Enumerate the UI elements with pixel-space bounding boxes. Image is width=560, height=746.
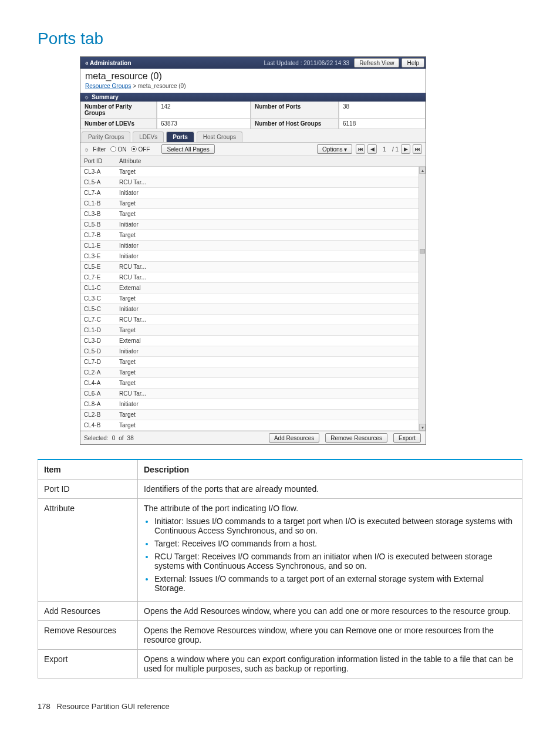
cell-port-id: CL2-B — [80, 410, 116, 420]
cell-port-id: CL1-C — [80, 283, 116, 293]
table-row[interactable]: CL2-BTarget — [80, 410, 426, 420]
collapse-icon: ☼ — [84, 94, 89, 100]
table-row[interactable]: CL3-DExternal — [80, 336, 426, 346]
page-title: meta_resource (0) — [85, 71, 421, 82]
col-port-id[interactable]: Port ID — [80, 156, 116, 167]
summary-grid: Number of Parity Groups 142 Number of Po… — [80, 102, 426, 129]
page-total: / 1 — [392, 146, 399, 153]
cell-port-id: CL4-B — [80, 420, 116, 431]
options-dropdown[interactable]: Options ▾ — [317, 144, 352, 154]
summary-hg-label: Number of Host Groups — [251, 119, 339, 129]
table-row[interactable]: CL3-EInitiator — [80, 251, 426, 262]
table-row[interactable]: CL6-ARCU Tar... — [80, 389, 426, 399]
cell-attribute: Initiator — [116, 399, 157, 410]
breadcrumb: meta_resource (0) Resource Groups > meta… — [80, 69, 426, 93]
table-row[interactable]: CL5-CInitiator — [80, 304, 426, 315]
admin-back-link[interactable]: « Administration — [80, 60, 136, 66]
cell-port-id: CL3-C — [80, 293, 116, 304]
cell-attribute: Target — [116, 325, 157, 336]
filter-label: Filter — [93, 146, 106, 153]
total-count: 38 — [127, 435, 134, 441]
table-row[interactable]: CL3-ATarget — [80, 167, 426, 177]
scrollbar[interactable]: ▴ ▾ — [419, 167, 426, 431]
cell-port-id: CL7-C — [80, 315, 116, 325]
cell-attribute: Initiator — [116, 304, 157, 315]
table-row[interactable]: CL1-BTarget — [80, 198, 426, 209]
summary-parity-label: Number of Parity Groups — [80, 102, 157, 119]
table-row[interactable]: CL1-DTarget — [80, 325, 426, 336]
table-row[interactable]: CL4-ATarget — [80, 378, 426, 389]
table-row[interactable]: CL3-BTarget — [80, 209, 426, 220]
page-number: 178 — [38, 702, 50, 711]
tab-ldevs[interactable]: LDEVs — [133, 131, 164, 142]
remove-resources-button[interactable]: Remove Resources — [325, 433, 387, 443]
page-last-button[interactable]: ⏭ — [413, 144, 422, 154]
breadcrumb-current: meta_resource (0) — [138, 83, 186, 89]
page-footer: 178 Resource Partition GUI reference — [38, 702, 522, 711]
table-row[interactable]: CL5-DInitiator — [80, 346, 426, 357]
table-row[interactable]: CL7-AInitiator — [80, 188, 426, 198]
desc-item: Add Resources — [38, 602, 138, 621]
cell-port-id: CL3-B — [80, 209, 116, 220]
filter-off-radio[interactable]: OFF — [131, 146, 150, 153]
page-next-button[interactable]: ▶ — [401, 144, 410, 154]
cell-attribute: RCU Tar... — [116, 262, 157, 272]
scroll-down-icon[interactable]: ▾ — [419, 424, 426, 431]
table-row[interactable]: CL7-BTarget — [80, 230, 426, 241]
export-button[interactable]: Export — [393, 433, 421, 443]
table-row[interactable]: CL1-CExternal — [80, 283, 426, 293]
desc-item: Attribute — [38, 499, 138, 602]
table-row[interactable]: CL5-ARCU Tar... — [80, 177, 426, 188]
table-row[interactable]: CL7-DTarget — [80, 357, 426, 367]
table-row[interactable]: CL8-AInitiator — [80, 399, 426, 410]
collapse-icon: ☼ — [84, 146, 89, 153]
tab-parity-groups[interactable]: Parity Groups — [82, 131, 130, 142]
page-first-button[interactable]: ⏮ — [356, 144, 365, 154]
table-row[interactable]: CL5-ERCU Tar... — [80, 262, 426, 272]
help-button[interactable]: Help — [402, 58, 424, 67]
cell-attribute: RCU Tar... — [116, 177, 157, 188]
cell-attribute: Target — [116, 167, 157, 177]
desc-text: Identifiers of the ports that are alread… — [138, 480, 522, 499]
desc-text: Opens a window where you can export conf… — [138, 650, 522, 679]
chevron-down-icon: ▾ — [344, 146, 347, 153]
table-row[interactable]: CL2-ATarget — [80, 367, 426, 378]
desc-item: Export — [38, 650, 138, 679]
breadcrumb-link[interactable]: Resource Groups — [85, 83, 131, 89]
tab-ports[interactable]: Ports — [166, 131, 194, 142]
cell-attribute: Initiator — [116, 251, 157, 262]
filter-bar: ☼ Filter ON OFF Select All Pages Options… — [80, 143, 426, 156]
refresh-button[interactable]: Refresh View — [354, 58, 399, 67]
table-row[interactable]: CL1-EInitiator — [80, 241, 426, 251]
ports-table: Port ID Attribute CL3-ATargetCL5-ARCU Ta… — [80, 156, 426, 431]
filter-on-radio[interactable]: ON — [110, 146, 126, 153]
add-resources-button[interactable]: Add Resources — [269, 433, 319, 443]
cell-port-id: CL4-A — [80, 378, 116, 389]
summary-hg-value: 6118 — [339, 119, 426, 129]
cell-attribute: Target — [116, 410, 157, 420]
table-row[interactable]: CL7-ERCU Tar... — [80, 272, 426, 283]
status-bar: Selected: 0 of 38 Add Resources Remove R… — [80, 431, 426, 444]
col-attribute[interactable]: Attribute — [116, 156, 157, 167]
table-row[interactable]: CL3-CTarget — [80, 293, 426, 304]
page-prev-button[interactable]: ◀ — [367, 144, 377, 154]
table-row[interactable]: CL5-BInitiator — [80, 220, 426, 230]
selected-count: 0 — [112, 435, 116, 441]
select-all-pages-button[interactable]: Select All Pages — [161, 144, 214, 154]
scroll-thumb[interactable] — [420, 249, 425, 254]
cell-port-id: CL6-A — [80, 389, 116, 399]
tab-host-groups[interactable]: Host Groups — [197, 131, 242, 142]
desc-item: Port ID — [38, 480, 138, 499]
cell-port-id: CL7-B — [80, 230, 116, 241]
screenshot-panel: « Administration Last Updated : 2011/06/… — [80, 56, 426, 445]
table-row[interactable]: CL7-CRCU Tar... — [80, 315, 426, 325]
summary-ports-value: 38 — [339, 102, 426, 119]
cell-attribute: Target — [116, 293, 157, 304]
scroll-up-icon[interactable]: ▴ — [419, 167, 426, 174]
summary-header[interactable]: ☼ Summary — [80, 93, 426, 102]
table-row[interactable]: CL4-BTarget — [80, 420, 426, 431]
desc-bullet: Initiator: Issues I/O commands to a targ… — [154, 517, 516, 535]
desc-header-description: Description — [138, 460, 522, 480]
selected-label: Selected: — [84, 435, 109, 441]
cell-port-id: CL8-A — [80, 399, 116, 410]
